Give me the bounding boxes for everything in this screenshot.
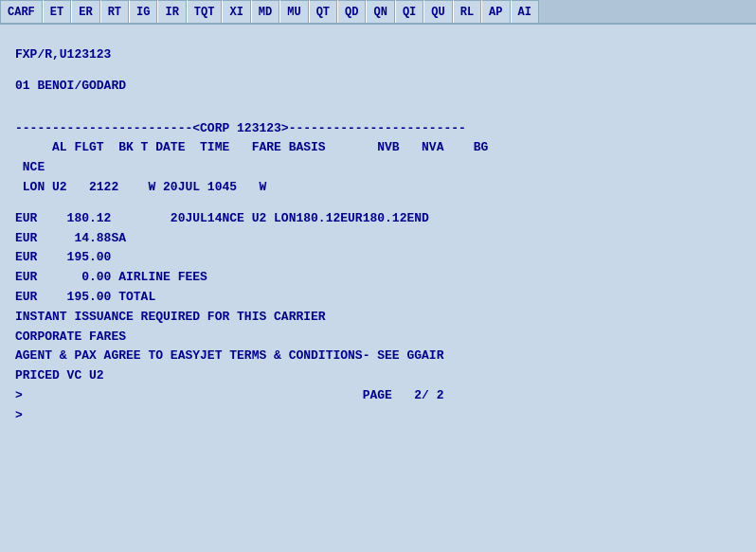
record-locator: FXP/R,U123123: [15, 45, 741, 65]
main-content: FXP/R,U123123 01 BENOI/GODARD ----------…: [0, 25, 756, 436]
fare-total: EUR 195.00 TOTAL: [15, 288, 741, 308]
tab-qu[interactable]: QU: [423, 0, 452, 23]
fare-line2: EUR 14.88SA: [15, 229, 741, 249]
tab-xi[interactable]: XI: [222, 0, 250, 23]
tab-er[interactable]: ER: [71, 0, 99, 23]
corporate-fares: CORPORATE FARES: [15, 328, 741, 347]
page-indicator: > PAGE 2/ 2: [15, 386, 741, 406]
terms-conditions: AGENT & PAX AGREE TO EASYJET TERMS & CON…: [15, 347, 741, 366]
corp-header: ------------------------<CORP 123123>---…: [15, 119, 741, 139]
tab-ig[interactable]: IG: [129, 0, 157, 23]
tab-carf[interactable]: CARF: [0, 0, 43, 23]
fare-line1: EUR 180.12 20JUL14NCE U2 LON180.12EUR180…: [15, 209, 741, 229]
column-headers: AL FLGT BK T DATE TIME FARE BASIS NVB NV…: [15, 138, 741, 158]
flight-segment: LON U2 2122 W 20JUL 1045 W: [15, 178, 741, 198]
tab-qi[interactable]: QI: [395, 0, 423, 23]
tab-ai[interactable]: AI: [511, 0, 539, 23]
instant-issuance: INSTANT ISSUANCE REQUIRED FOR THIS CARRI…: [15, 308, 741, 328]
fare-line3: EUR 195.00: [15, 248, 741, 268]
tab-md[interactable]: MD: [251, 0, 279, 23]
prompt-line: >: [15, 406, 741, 426]
fare-line4: EUR 0.00 AIRLINE FEES: [15, 268, 741, 288]
tab-bar: CARF ET ER RT IG IR TQT XI MD MU QT QD Q…: [0, 0, 756, 25]
tab-et[interactable]: ET: [43, 0, 71, 23]
tab-rt[interactable]: RT: [100, 0, 129, 23]
tab-ap[interactable]: AP: [481, 0, 510, 23]
origin-city: NCE: [15, 158, 741, 178]
priced-vc: PRICED VC U2: [15, 366, 741, 386]
tab-qn[interactable]: QN: [366, 0, 394, 23]
tab-qd[interactable]: QD: [337, 0, 366, 23]
tab-qt[interactable]: QT: [309, 0, 337, 23]
tab-ir[interactable]: IR: [157, 0, 186, 23]
tab-rl[interactable]: RL: [453, 0, 481, 23]
tab-mu[interactable]: MU: [279, 0, 308, 23]
tab-tqt[interactable]: TQT: [187, 0, 223, 23]
passenger-name: 01 BENOI/GODARD: [15, 77, 741, 97]
